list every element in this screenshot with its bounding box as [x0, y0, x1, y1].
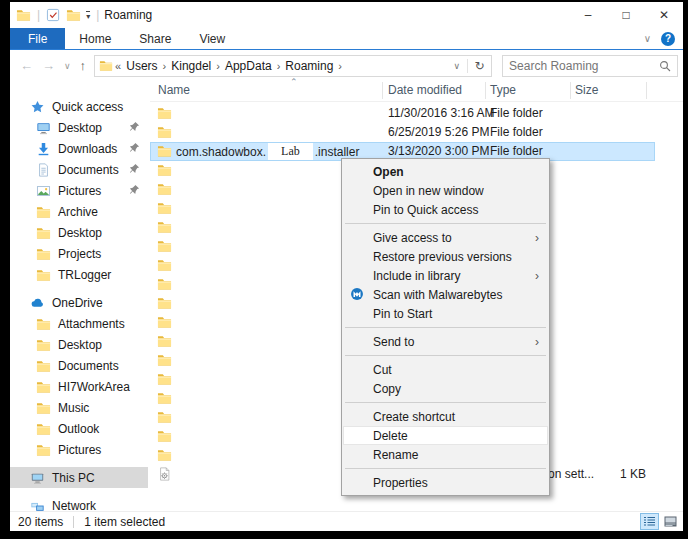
sidebar-item-documents[interactable]: Documents [10, 159, 148, 180]
file-row[interactable]: 11/30/2016 3:16 AMFile folder [150, 104, 683, 123]
sidebar-item-projects[interactable]: Projects [10, 243, 148, 264]
column-separator[interactable] [646, 82, 647, 99]
folder-icon [36, 443, 51, 457]
refresh-icon[interactable]: ↻ [467, 59, 491, 73]
menu-item-open[interactable]: Open [343, 162, 548, 181]
sidebar-item-this-pc[interactable]: This PC [10, 467, 148, 488]
menu-item-copy[interactable]: Copy [343, 379, 548, 398]
breadcrumb-separator-icon[interactable]: › [336, 60, 344, 72]
address-dropdown-icon[interactable]: ∨ [447, 61, 468, 71]
column-separator[interactable] [382, 82, 383, 99]
sidebar-item-desktop[interactable]: Desktop [10, 117, 148, 138]
folder-icon [157, 258, 172, 272]
sidebar-item-attachments[interactable]: Attachments [10, 313, 148, 334]
tab-share[interactable]: Share [125, 28, 185, 49]
new-folder-toolbar-icon[interactable] [66, 8, 81, 22]
menu-item-give-access-to[interactable]: Give access to› [343, 228, 548, 247]
breadcrumb-separator-icon[interactable]: › [161, 60, 169, 72]
sidebar-item-pictures[interactable]: Pictures [10, 180, 148, 201]
settings-file-icon [157, 467, 172, 481]
column-header-size[interactable]: Size [575, 83, 598, 97]
breadcrumb-segment[interactable]: Kingdel [168, 59, 214, 73]
column-header-date-modified[interactable]: Date modified [388, 83, 462, 97]
date-modified-cell: 3/13/2020 3:00 PM [388, 144, 489, 158]
menu-item-cut[interactable]: Cut [343, 360, 548, 379]
customize-toolbar-dropdown-icon[interactable]: ▾ [86, 11, 90, 20]
menu-item-label: Send to [373, 335, 414, 349]
sidebar-item-hi7workarea[interactable]: HI7WorkArea [10, 376, 148, 397]
help-icon[interactable]: ? [661, 32, 675, 46]
column-header-type[interactable]: Type [490, 83, 516, 97]
menu-item-scan-with-malwarebytes[interactable]: Scan with Malwarebytes [343, 285, 548, 304]
sidebar-item-music[interactable]: Music [10, 397, 148, 418]
folder-icon [36, 338, 51, 352]
search-input[interactable]: Search Roaming [502, 55, 678, 77]
file-row[interactable]: 6/25/2019 5:26 PMFile folder [150, 123, 683, 142]
menu-item-include-in-library[interactable]: Include in library› [343, 266, 548, 285]
sidebar-item-desktop[interactable]: Desktop [10, 334, 148, 355]
breadcrumb-segment[interactable]: Roaming [282, 59, 336, 73]
properties-toolbar-icon[interactable] [46, 8, 61, 22]
menu-separator [345, 327, 546, 328]
menu-item-label: Open in new window [373, 184, 484, 198]
minimize-button[interactable]: – [569, 2, 607, 28]
sidebar-item-outlook[interactable]: Outlook [10, 418, 148, 439]
path-truncation-prefix: « [113, 60, 123, 72]
menu-item-label: Properties [373, 476, 428, 490]
malwarebytes-icon [350, 287, 364, 301]
back-icon[interactable]: ← [20, 58, 33, 73]
menu-item-pin-to-quick-access[interactable]: Pin to Quick access [343, 200, 548, 219]
sidebar-item-label: Network [52, 499, 96, 512]
breadcrumb-separator-icon[interactable]: › [214, 60, 222, 72]
sidebar-item-downloads[interactable]: Downloads [10, 138, 148, 159]
menu-item-delete[interactable]: Delete [343, 426, 548, 445]
menu-item-properties[interactable]: Properties [343, 473, 548, 492]
sidebar-item-network[interactable]: Network [10, 495, 148, 511]
forward-icon[interactable]: → [42, 58, 55, 73]
menu-item-create-shortcut[interactable]: Create shortcut [343, 407, 548, 426]
search-placeholder: Search Roaming [509, 59, 598, 73]
thumbnails-view-button[interactable] [661, 513, 680, 530]
tab-home[interactable]: Home [65, 28, 125, 49]
breadcrumb-segment[interactable]: Users [123, 59, 160, 73]
sidebar-item-desktop[interactable]: Desktop [10, 222, 148, 243]
window-title: Roaming [104, 8, 152, 22]
sidebar-item-documents[interactable]: Documents [10, 355, 148, 376]
folder-icon [36, 359, 51, 373]
column-header-name[interactable]: Name [158, 83, 190, 97]
column-separator[interactable] [485, 82, 486, 99]
sidebar-item-quick-access[interactable]: Quick access [10, 96, 148, 117]
tab-file[interactable]: File [10, 28, 65, 49]
tab-view[interactable]: View [185, 28, 239, 49]
menu-item-pin-to-start[interactable]: Pin to Start [343, 304, 548, 323]
menu-item-open-in-new-window[interactable]: Open in new window [343, 181, 548, 200]
sort-ascending-icon[interactable]: ⌃ [290, 77, 298, 87]
sidebar-item-trlogger[interactable]: TRLogger [10, 264, 148, 285]
submenu-arrow-icon: › [535, 269, 548, 283]
folder-icon [157, 182, 172, 196]
star-icon [30, 100, 45, 114]
address-bar[interactable]: «Users›Kingdel›AppData›Roaming› ∨ ↻ [94, 55, 492, 77]
recent-locations-icon[interactable]: ∨ [64, 61, 71, 71]
pin-icon [129, 121, 140, 132]
folder-icon [157, 125, 172, 139]
expand-ribbon-icon[interactable]: ∨ [644, 33, 651, 44]
maximize-button[interactable]: □ [607, 2, 645, 28]
menu-item-rename[interactable]: Rename [343, 445, 548, 464]
details-view-button[interactable] [640, 513, 659, 530]
breadcrumb-separator-icon[interactable]: › [275, 60, 283, 72]
sidebar-item-onedrive[interactable]: OneDrive [10, 292, 148, 313]
sidebar-item-label: Archive [58, 205, 98, 219]
menu-item-label: Delete [373, 429, 408, 443]
status-bar: 20 items 1 item selected [10, 511, 683, 531]
close-button[interactable]: ✕ [645, 2, 683, 28]
up-icon[interactable]: ↑ [80, 58, 87, 73]
column-separator[interactable] [570, 82, 571, 99]
sidebar-item-archive[interactable]: Archive [10, 201, 148, 222]
menu-item-restore-previous-versions[interactable]: Restore previous versions [343, 247, 548, 266]
sidebar-item-pictures[interactable]: Pictures [10, 439, 148, 460]
breadcrumb-segment[interactable]: AppData [222, 59, 275, 73]
menu-item-send-to[interactable]: Send to› [343, 332, 548, 351]
sidebar-item-label: Documents [58, 359, 119, 373]
search-icon[interactable] [659, 60, 671, 72]
